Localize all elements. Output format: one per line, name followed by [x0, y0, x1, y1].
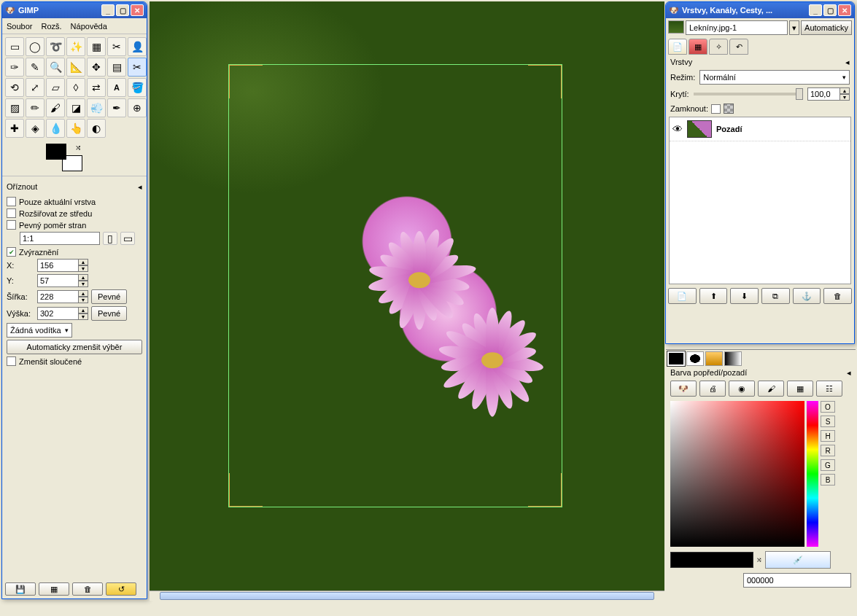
panel-menu-icon[interactable]: ◂ [847, 368, 851, 378]
gradient-tab[interactable] [724, 351, 742, 366]
portrait-icon[interactable]: ▯ [103, 232, 117, 245]
only-active-layer-checkbox[interactable] [7, 197, 16, 206]
autoshrink-button[interactable]: Automaticky zmenšit výběr [7, 340, 142, 354]
width-fixed-button[interactable]: Pevné [91, 289, 127, 304]
shear-tool[interactable]: ▱ [46, 78, 65, 97]
visibility-eye-icon[interactable]: 👁 [672, 123, 683, 135]
flip-tool[interactable]: ⇄ [87, 78, 106, 97]
width-input[interactable]: ▲▼ [37, 290, 88, 303]
shrink-merged-checkbox[interactable] [7, 356, 16, 366]
undo-tab[interactable]: ↶ [729, 39, 748, 55]
auto-button[interactable]: Automaticky [801, 20, 852, 35]
menu-file[interactable]: Soubor [7, 22, 32, 31]
fg-color-tab[interactable] [667, 351, 685, 366]
layer-item[interactable]: 👁 Pozadí [670, 117, 850, 141]
free-select-tool[interactable]: ➰ [46, 37, 65, 56]
close-button[interactable]: ✕ [131, 4, 144, 16]
text-tool[interactable]: A [107, 78, 126, 97]
minimize-button[interactable]: _ [101, 4, 115, 16]
foreground-color-swatch[interactable] [46, 144, 66, 160]
bucket-fill-tool[interactable]: 🪣 [128, 78, 147, 97]
guides-select[interactable]: Žádná vodítka [7, 323, 72, 338]
rect-select-tool[interactable]: ▭ [5, 37, 24, 56]
channel-o[interactable]: O [821, 401, 835, 413]
scrollbar-thumb[interactable] [160, 592, 654, 600]
crop-handle-bottomright[interactable] [528, 473, 562, 507]
lock-pixels-checkbox[interactable] [711, 104, 721, 114]
fg-bg-color-widget[interactable]: ⤭ [46, 144, 82, 171]
delete-layer-button[interactable]: 🗑 [823, 288, 852, 304]
swap-small-icon[interactable]: ⤭ [756, 556, 762, 564]
gimp-selector-button[interactable]: 🐶 [670, 381, 697, 397]
blur-tool[interactable]: 💧 [46, 119, 65, 138]
measure-tool[interactable]: 📐 [66, 58, 85, 77]
maximize-button[interactable]: ▢ [823, 4, 837, 16]
hue-strip[interactable] [807, 401, 818, 547]
hex-input[interactable] [743, 573, 851, 588]
image-name-dropdown[interactable]: Lekníny.jpg-1 [686, 20, 788, 35]
height-fixed-button[interactable]: Pevné [91, 306, 127, 321]
dodge-tool[interactable]: ◐ [87, 119, 106, 138]
channel-b[interactable]: B [821, 474, 835, 486]
perspective-clone-tool[interactable]: ◈ [26, 119, 44, 138]
height-input[interactable]: ▲▼ [37, 307, 88, 320]
layers-titlebar[interactable]: 🐶 Vrstvy, Kanály, Cesty, ... _ ▢ ✕ [666, 2, 854, 18]
crop-handle-topright[interactable] [528, 65, 562, 98]
color-picker-tool[interactable]: ✎ [26, 58, 44, 77]
scales-selector-button[interactable]: ☷ [816, 381, 842, 397]
channels-tab[interactable]: ▦ [689, 39, 707, 55]
channel-r[interactable]: R [821, 445, 835, 456]
maximize-button[interactable]: ▢ [116, 4, 129, 16]
clone-tool[interactable]: ⊕ [128, 98, 147, 117]
move-tool[interactable]: ✥ [87, 58, 106, 77]
channel-s[interactable]: S [821, 416, 835, 427]
delete-options-button[interactable]: 🗑 [72, 582, 103, 596]
expand-from-center-checkbox[interactable] [7, 208, 16, 218]
fixed-ratio-checkbox[interactable] [7, 220, 16, 230]
eraser-tool[interactable]: ◪ [66, 98, 85, 117]
channel-h[interactable]: H [821, 430, 835, 442]
y-input[interactable]: ▲▼ [37, 274, 88, 287]
toolbox-titlebar[interactable]: 🐶 GIMP _ ▢ ✕ [2, 2, 147, 18]
minimize-button[interactable]: _ [809, 4, 822, 16]
raise-layer-button[interactable]: ⬆ [699, 288, 728, 304]
paintbrush-tool[interactable]: 🖌 [46, 98, 65, 117]
current-color-swatch[interactable] [670, 552, 753, 568]
menu-ext[interactable]: Rozš. [41, 22, 61, 31]
save-options-button[interactable]: 💾 [5, 582, 36, 596]
restore-options-button[interactable]: ▦ [39, 582, 69, 596]
ellipse-select-tool[interactable]: ◯ [26, 37, 44, 56]
horizontal-scrollbar[interactable] [150, 590, 664, 601]
new-layer-button[interactable]: 📄 [668, 288, 697, 304]
align-tool[interactable]: ▤ [107, 58, 126, 77]
image-canvas[interactable] [150, 1, 664, 601]
lower-layer-button[interactable]: ⬇ [730, 288, 759, 304]
rotate-tool[interactable]: ⟲ [5, 78, 24, 97]
airbrush-tool[interactable]: 💨 [87, 98, 106, 117]
brush-selector-button[interactable]: 🖌 [758, 381, 784, 397]
perspective-tool[interactable]: ◊ [66, 78, 85, 97]
ink-tool[interactable]: ✒ [107, 98, 126, 117]
panel-menu-icon[interactable]: ◂ [845, 58, 850, 67]
highlight-checkbox[interactable]: ✔ [7, 247, 16, 257]
print-selector-button[interactable]: 🖨 [699, 381, 726, 397]
paths-tab[interactable]: ✧ [709, 39, 728, 55]
panel-menu-icon[interactable]: ◂ [138, 182, 142, 192]
menu-help[interactable]: Nápověda [71, 22, 107, 31]
crop-handle-topleft[interactable] [229, 65, 263, 98]
swap-colors-icon[interactable]: ⤭ [75, 144, 81, 152]
scale-tool[interactable]: ⤢ [26, 78, 44, 97]
palette-selector-button[interactable]: ▦ [787, 381, 813, 397]
color-select-tool[interactable]: ▦ [87, 37, 106, 56]
eyedropper-button[interactable]: 💉 [765, 551, 831, 569]
lock-alpha-icon[interactable] [724, 104, 734, 114]
scissors-tool[interactable]: ✂ [107, 37, 126, 56]
saturation-value-field[interactable] [670, 401, 804, 547]
channel-g[interactable]: G [821, 459, 835, 471]
heal-tool[interactable]: ✚ [5, 119, 24, 138]
layers-tab[interactable]: 📄 [668, 39, 687, 55]
blend-mode-select[interactable]: Normální [699, 70, 850, 85]
opacity-slider[interactable] [694, 93, 803, 95]
wheel-selector-button[interactable]: ◉ [729, 381, 755, 397]
smudge-tool[interactable]: 👆 [66, 119, 85, 138]
